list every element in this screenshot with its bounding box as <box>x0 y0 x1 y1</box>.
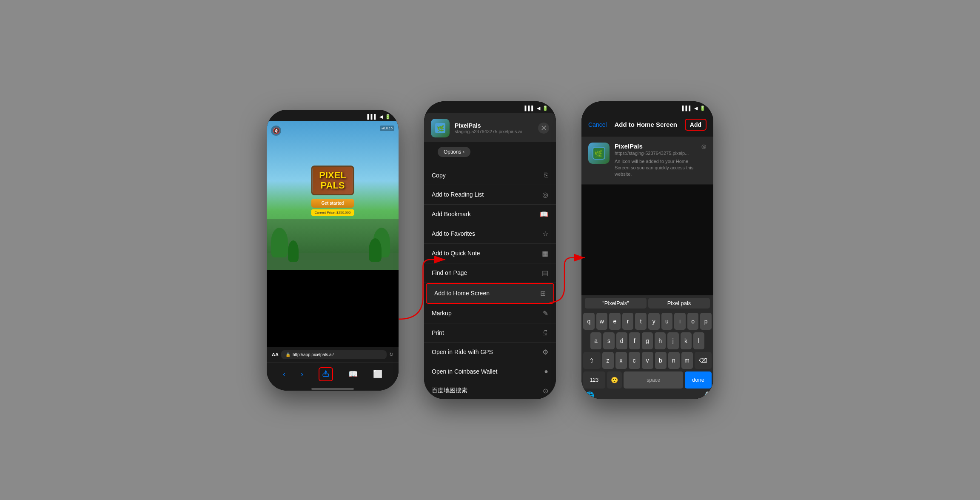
wifi-icon: ◀ <box>379 114 383 120</box>
add-home-title: Add to Home Screen <box>614 121 677 128</box>
nav-bar-1: ‹ › 📖 ⬜ <box>267 363 399 386</box>
menu-item-reading-list[interactable]: Add to Reading List ◎ <box>424 185 556 205</box>
add-home-app-name: PixelPals <box>615 143 696 150</box>
globe-icon[interactable]: 🌐 <box>585 391 594 399</box>
key-space[interactable]: space <box>624 371 683 389</box>
key-shift[interactable]: ⇧ <box>583 352 601 369</box>
add-home-app-desc: An icon will be added to your Home Scree… <box>615 158 696 178</box>
add-home-app-info: PixelPals https://staging-5237643275.pix… <box>615 143 696 178</box>
key-x[interactable]: x <box>615 352 627 369</box>
lock-icon: 🔒 <box>285 352 291 357</box>
svg-text:🌿: 🌿 <box>594 150 603 158</box>
key-y[interactable]: y <box>648 313 660 330</box>
key-p[interactable]: p <box>700 313 712 330</box>
menu-item-favorites[interactable]: Add to Favorites ☆ <box>424 224 556 244</box>
add-home-screen: Cancel Add to Home Screen Add 🌿 PixelPal… <box>581 113 713 399</box>
share-app-info: PixelPals staging-5237643275.pixelpals.a… <box>455 122 533 134</box>
keyboard-suggestions: "PixelPals" Pixel pals <box>581 295 713 311</box>
suggestion-pixelpals[interactable]: "PixelPals" <box>585 298 647 309</box>
url-bar-area: AA 🔒 http://app.pixelpals.ai/ ↻ <box>267 347 399 363</box>
get-started-btn[interactable]: Get started <box>311 199 354 208</box>
key-g[interactable]: g <box>642 332 653 349</box>
game-logo: PIXEL PALS <box>311 165 354 195</box>
share-header: 🌿 PixelPals staging-5237643275.pixelpals… <box>424 113 556 142</box>
menu-item-coinbase[interactable]: Open in Coinbase Wallet ● <box>424 362 556 381</box>
signal-icon: ▌▌▌ <box>368 114 377 119</box>
kb-bottom-row: 🌐 🎤 <box>581 389 713 399</box>
share-btn[interactable] <box>319 367 333 381</box>
status-bar-2: ▌▌▌ ◀ 🔋 <box>424 101 556 113</box>
key-q[interactable]: q <box>583 313 595 330</box>
status-bar-1: ▌▌▌ ◀ 🔋 <box>267 110 399 121</box>
url-bar[interactable]: 🔒 http://app.pixelpals.ai/ <box>281 350 387 359</box>
add-home-app-url: https://staging-5237643275.pixelp... <box>615 151 696 156</box>
phone-3: ▌▌▌ ◀ 🔋 Cancel Add to Home Screen Add 🌿 <box>581 101 713 399</box>
menu-item-markup[interactable]: Markup ✎ <box>424 304 556 323</box>
menu-item-bookmark[interactable]: Add Bookmark 📖 <box>424 205 556 224</box>
add-home-app-row: 🌿 PixelPals https://staging-5237643275.p… <box>581 137 713 184</box>
key-emoji[interactable]: 🙂 <box>607 371 622 389</box>
aa-label: AA <box>272 352 279 357</box>
suggestion-pixel-pals[interactable]: Pixel pals <box>648 298 710 309</box>
key-d[interactable]: d <box>616 332 627 349</box>
key-t[interactable]: t <box>635 313 647 330</box>
key-o[interactable]: o <box>687 313 699 330</box>
menu-item-baidu[interactable]: 百度地图搜索 ⊙ <box>424 381 556 399</box>
game-bottom-area <box>267 270 399 347</box>
key-u[interactable]: u <box>661 313 673 330</box>
key-i[interactable]: i <box>674 313 686 330</box>
status-bar-3: ▌▌▌ ◀ 🔋 <box>581 101 713 113</box>
svg-text:🌿: 🌿 <box>437 125 444 132</box>
key-b[interactable]: b <box>655 352 667 369</box>
back-btn[interactable]: ‹ <box>283 370 285 379</box>
menu-item-ride-gps[interactable]: Open in Ride with GPS ⚙ <box>424 343 556 362</box>
tabs-btn[interactable]: ⬜ <box>373 369 382 379</box>
home-indicator-1 <box>267 386 399 391</box>
key-r[interactable]: r <box>622 313 634 330</box>
sound-icon: 🔇 <box>271 126 281 136</box>
key-v[interactable]: v <box>642 352 653 369</box>
signal-icon-3: ▌▌▌ <box>682 106 692 111</box>
key-l[interactable]: l <box>693 332 704 349</box>
share-app-url: staging-5237643275.pixelpals.ai <box>455 129 533 134</box>
menu-item-add-home-screen[interactable]: Add to Home Screen ⊞ <box>426 283 554 304</box>
key-a[interactable]: a <box>590 332 601 349</box>
key-123[interactable]: 123 <box>583 371 605 389</box>
menu-item-copy[interactable]: Copy ⎘ <box>424 166 556 185</box>
key-e[interactable]: e <box>609 313 621 330</box>
key-f[interactable]: f <box>629 332 640 349</box>
options-btn[interactable]: Options › <box>438 147 470 157</box>
battery-icon: 🔋 <box>385 114 391 120</box>
key-h[interactable]: h <box>655 332 666 349</box>
key-k[interactable]: k <box>681 332 692 349</box>
game-title-area: PIXEL PALS Get started Current Price: $2… <box>311 165 354 215</box>
keyboard: q w e r t y u i o p a s d f g <box>581 311 713 399</box>
mic-icon[interactable]: 🎤 <box>701 391 710 399</box>
forward-btn[interactable]: › <box>301 370 303 379</box>
key-c[interactable]: c <box>629 352 640 369</box>
menu-item-print[interactable]: Print 🖨 <box>424 323 556 343</box>
key-backspace[interactable]: ⌫ <box>695 352 712 369</box>
cancel-btn[interactable]: Cancel <box>588 121 607 128</box>
key-w[interactable]: w <box>596 313 608 330</box>
key-j[interactable]: j <box>667 332 678 349</box>
bookmarks-btn[interactable]: 📖 <box>348 369 358 379</box>
signal-icon-2: ▌▌▌ <box>525 106 535 111</box>
key-done[interactable]: done <box>685 371 712 389</box>
key-m[interactable]: m <box>681 352 693 369</box>
key-s[interactable]: s <box>603 332 614 349</box>
share-sheet: 🌿 PixelPals staging-5237643275.pixelpals… <box>424 113 556 399</box>
key-n[interactable]: n <box>668 352 680 369</box>
menu-item-quick-note[interactable]: Add to Quick Note ▦ <box>424 244 556 263</box>
share-close-btn[interactable]: ✕ <box>538 123 549 134</box>
version-label: v0.0.15 <box>380 126 394 131</box>
menu-item-find-on-page[interactable]: Find on Page ▤ <box>424 263 556 283</box>
refresh-icon[interactable]: ↻ <box>389 351 393 357</box>
app-row-close-icon: ⊗ <box>701 143 707 151</box>
battery-icon-2: 🔋 <box>542 106 548 111</box>
game-price: Current Price: $250,000 <box>311 209 354 216</box>
add-btn[interactable]: Add <box>685 119 707 131</box>
wifi-icon-2: ◀ <box>537 106 540 111</box>
game-screen: 🔇 v0.0.15 PIXEL PALS Get started Current… <box>267 121 399 270</box>
key-z[interactable]: z <box>602 352 614 369</box>
